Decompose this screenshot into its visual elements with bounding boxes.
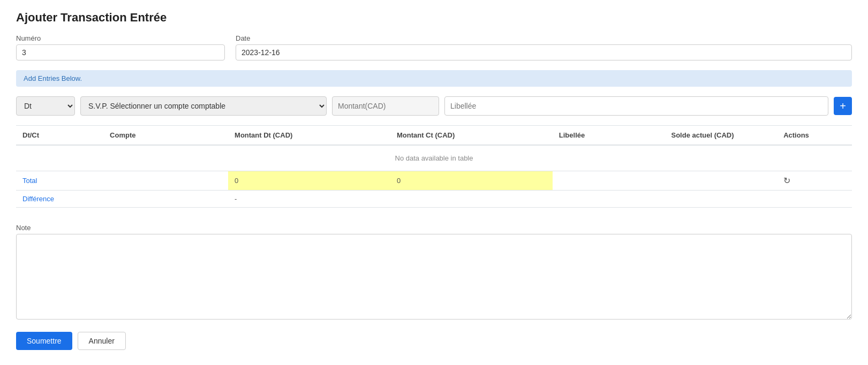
total-label-cell: Total xyxy=(16,171,103,191)
action-buttons: Soumettre Annuler xyxy=(16,332,852,350)
refresh-icon[interactable]: ↻ xyxy=(783,176,790,185)
dtct-select[interactable]: Dt Ct xyxy=(16,96,75,116)
cancel-button[interactable]: Annuler xyxy=(78,332,126,350)
note-section: Note xyxy=(16,224,852,321)
entries-table: Dt/Ct Compte Montant Dt (CAD) Montant Ct… xyxy=(16,125,852,208)
top-form: Numéro Date xyxy=(16,34,852,60)
info-banner: Add Entries Below. xyxy=(16,70,852,87)
difference-solde-cell xyxy=(665,191,777,208)
submit-button[interactable]: Soumettre xyxy=(16,332,72,350)
col-header-solde: Solde actuel (CAD) xyxy=(665,126,777,146)
no-data-row: No data available in table xyxy=(16,145,852,171)
total-montant-dt: 0 xyxy=(235,177,238,185)
difference-label-cell: Différence xyxy=(16,191,103,208)
total-label: Total xyxy=(22,177,37,185)
note-label: Note xyxy=(16,224,852,232)
col-header-montant-dt: Montant Dt (CAD) xyxy=(228,126,390,146)
add-entry-button[interactable]: + xyxy=(834,97,852,115)
total-solde-cell xyxy=(665,171,777,191)
total-montant-dt-cell: 0 xyxy=(228,171,390,191)
plus-icon: + xyxy=(840,100,846,112)
no-data-message: No data available in table xyxy=(395,154,473,162)
date-label: Date xyxy=(236,34,852,42)
col-header-dtct: Dt/Ct xyxy=(16,126,103,146)
date-group: Date xyxy=(236,34,852,60)
page-title: Ajouter Transaction Entrée xyxy=(16,11,852,25)
total-actions-cell: ↻ xyxy=(777,171,852,191)
header-row: Dt/Ct Compte Montant Dt (CAD) Montant Ct… xyxy=(16,126,852,146)
total-montant-ct: 0 xyxy=(397,177,401,185)
libelle-input[interactable] xyxy=(444,96,828,116)
difference-value: - xyxy=(235,195,237,203)
col-header-compte: Compte xyxy=(103,126,228,146)
numero-group: Numéro xyxy=(16,34,225,60)
date-input[interactable] xyxy=(236,44,852,60)
difference-value-cell: - xyxy=(228,191,390,208)
table-body: No data available in table Total 0 0 ↻ D… xyxy=(16,145,852,208)
difference-label: Différence xyxy=(22,195,54,203)
col-header-actions: Actions xyxy=(777,126,852,146)
difference-actions-cell xyxy=(777,191,852,208)
col-header-montant-ct: Montant Ct (CAD) xyxy=(390,126,553,146)
difference-row: Différence - xyxy=(16,191,852,208)
compte-select[interactable]: S.V.P. Sélectionner un compte comptable xyxy=(80,96,327,116)
note-textarea[interactable] xyxy=(16,234,852,320)
banner-text: Add Entries Below. xyxy=(24,74,82,82)
total-compte-cell xyxy=(103,171,228,191)
numero-input[interactable] xyxy=(16,44,225,60)
difference-compte-cell xyxy=(103,191,228,208)
difference-ct-cell xyxy=(390,191,553,208)
col-header-libelle: Libellée xyxy=(553,126,665,146)
montant-input[interactable] xyxy=(332,96,439,116)
table-header: Dt/Ct Compte Montant Dt (CAD) Montant Ct… xyxy=(16,126,852,146)
difference-libelle-cell xyxy=(553,191,665,208)
entry-form-row: Dt Ct S.V.P. Sélectionner un compte comp… xyxy=(16,96,852,116)
total-montant-ct-cell: 0 xyxy=(390,171,553,191)
numero-label: Numéro xyxy=(16,34,225,42)
total-libelle-cell xyxy=(553,171,665,191)
total-row: Total 0 0 ↻ xyxy=(16,171,852,191)
